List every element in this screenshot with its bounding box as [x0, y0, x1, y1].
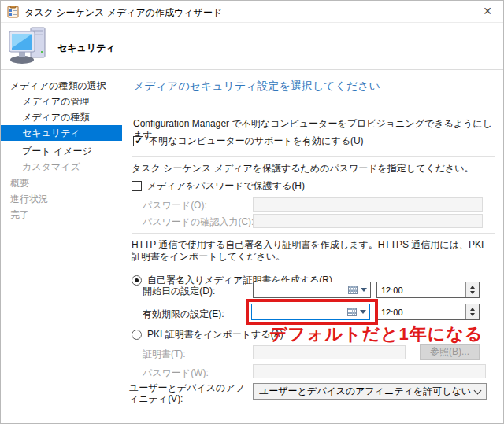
spin-down-icon[interactable] [470, 313, 475, 316]
start-date-picker[interactable] [253, 282, 371, 298]
highlight-red-box [246, 299, 378, 325]
calendar-icon [348, 286, 358, 294]
spinner-buttons[interactable] [465, 304, 479, 319]
certificate-file-label: 証明書(T): [143, 348, 186, 361]
wizard-window: タスク シーケンス メディアの作成ウィザード ✕ セキュリティ メディアの種類の… [0, 0, 504, 424]
sidebar-item-customize: カスタマイズ [1, 159, 122, 175]
chevron-down-icon[interactable] [361, 288, 367, 292]
banner-step-title: セキュリティ [57, 42, 116, 55]
affinity-label: ユーザーとデバイスのアフィニティ(V): [129, 382, 249, 404]
sidebar-item-security[interactable]: セキュリティ [1, 125, 122, 141]
unknown-computer-checkbox-label: 不明なコンピューターのサポートを有効にする(U) [149, 135, 364, 148]
expiry-date-label: 有効期限の設定(E): [143, 308, 224, 321]
expiry-time-spinner[interactable]: 12:00 [376, 304, 480, 320]
certificate-file-field [253, 345, 406, 359]
sidebar-item-boot-image[interactable]: ブート イメージ [1, 143, 122, 159]
affinity-selected-value: ユーザーとデバイスのアフィニティを許可しない [259, 385, 471, 398]
password-label: パスワード(O): [143, 199, 207, 212]
expiry-time-value: 12:00 [381, 308, 403, 317]
start-time-spinner[interactable]: 12:00 [376, 282, 480, 298]
divider [132, 156, 495, 157]
password-protect-checkbox[interactable] [132, 181, 142, 191]
spinner-buttons[interactable] [465, 282, 479, 297]
wizard-banner: セキュリティ [1, 23, 503, 70]
divider [132, 233, 495, 234]
password-protect-checkbox-row: メディアをパスワードで保護する(H) [132, 179, 305, 193]
chevron-down-icon [474, 386, 482, 394]
pki-radio-row: PKI 証明書をインポートする(A) [132, 328, 284, 341]
password-field [253, 197, 483, 212]
spin-down-icon[interactable] [470, 291, 475, 294]
sidebar-item-progress: 進行状況 [1, 191, 122, 207]
page-title: メディアのセキュリティ設定を選択してください [133, 79, 380, 94]
pki-password-field [253, 364, 486, 378]
task-sequence-wizard-icon [7, 6, 20, 18]
confirm-password-label: パスワードの確認入力(C): [143, 216, 254, 229]
browse-button: 参照(B)... [420, 344, 480, 360]
unknown-computer-checkbox-row: 不明なコンピューターのサポートを有効にする(U) [133, 135, 364, 148]
pki-import-radio[interactable] [132, 330, 142, 340]
sidebar-item-completion: 完了 [1, 207, 122, 223]
annotation-text: デフォルトだと1年になる [269, 323, 483, 346]
sidebar-item-summary: 概要 [1, 175, 122, 191]
start-time-value: 12:00 [381, 286, 403, 295]
self-signed-radio[interactable] [132, 275, 142, 286]
password-description: タスク シーケンス メディアを保護するためのパスワードを指定してください。 [132, 163, 494, 175]
sidebar-item-media-type[interactable]: メディアの種類 [1, 109, 122, 125]
unknown-computer-checkbox[interactable] [133, 136, 143, 146]
start-date-label: 開始日の設定(D): [143, 285, 215, 298]
window-title: タスク シーケンス メディアの作成ウィザード [24, 6, 222, 20]
wizard-sidebar: メディアの種類の選択 メディアの管理 メディアの種類 セキュリティ ブート イメ… [1, 70, 124, 424]
certificate-description: HTTP 通信で使用する自己署名入り証明書を作成します。HTTPS 通信用には、… [132, 239, 495, 263]
affinity-dropdown[interactable]: ユーザーとデバイスのアフィニティを許可しない [253, 383, 487, 400]
pki-import-radio-label: PKI 証明書をインポートする(A) [147, 328, 284, 341]
computer-icon [8, 25, 50, 68]
spin-up-icon[interactable] [470, 308, 475, 311]
spin-up-icon[interactable] [470, 286, 475, 289]
close-button[interactable]: ✕ [480, 5, 495, 17]
title-bar: タスク シーケンス メディアの作成ウィザード ✕ [1, 1, 503, 23]
confirm-password-field [253, 214, 483, 228]
password-protect-checkbox-label: メディアをパスワードで保護する(H) [147, 179, 305, 193]
sidebar-item-media-management[interactable]: メディアの管理 [1, 94, 122, 109]
sidebar-item-media-type-selection[interactable]: メディアの種類の選択 [1, 78, 122, 94]
pki-password-label: パスワード(W): [143, 367, 209, 380]
